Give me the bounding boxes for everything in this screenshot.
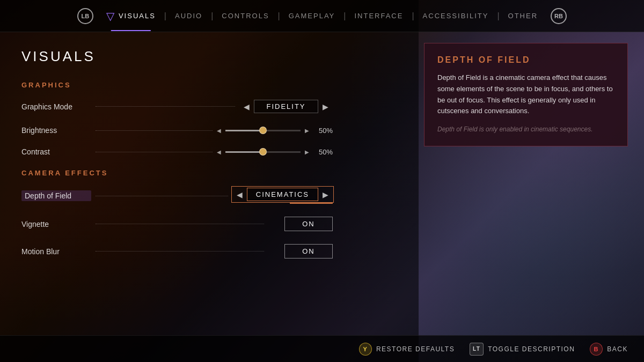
back-icon: B	[590, 343, 603, 356]
depth-of-field-selector[interactable]: ◀ CINEMATICS ▶	[232, 188, 333, 201]
description-body: Depth of Field is a cinematic camera eff…	[437, 72, 614, 117]
toggle-description-icon: LT	[470, 343, 484, 356]
contrast-arrow-right[interactable]: ▶	[305, 149, 309, 155]
description-title: DEPTH OF FIELD	[437, 55, 614, 65]
toggle-description-action[interactable]: LT TOGGLE DESCRIPTION	[470, 343, 575, 356]
nav-item-interface[interactable]: INTERFACE	[346, 12, 412, 20]
back-label: BACK	[607, 345, 628, 353]
motion-blur-dots	[96, 251, 264, 252]
contrast-fill	[225, 151, 263, 153]
back-action[interactable]: B BACK	[590, 343, 628, 356]
graphics-section: GRAPHICS Graphics Mode ◀ FIDELITY ▶ Brig…	[21, 81, 333, 156]
brightness-thumb	[259, 127, 267, 134]
depth-of-field-arrow-left[interactable]: ◀	[232, 189, 247, 201]
page-title: VISUALS	[21, 48, 333, 65]
contrast-slider[interactable]: ◀ ▶ 50%	[217, 148, 333, 156]
graphics-mode-arrow-left[interactable]: ◀	[239, 101, 254, 113]
vignette-value[interactable]: ON	[284, 217, 333, 231]
camera-effects-section: CAMERA EFFECTS Depth of Field ◀ CINEMATI…	[21, 169, 333, 258]
toggle-description-label: TOGGLE DESCRIPTION	[488, 345, 575, 353]
contrast-label: Contrast	[21, 147, 91, 156]
restore-defaults-action[interactable]: Y RESTORE DEFAULTS	[359, 343, 455, 356]
depth-of-field-selector-wrap: ◀ CINEMATICS ▶	[232, 188, 333, 204]
brightness-arrow-right[interactable]: ▶	[305, 128, 309, 134]
nav-item-controls[interactable]: CONTROLS	[213, 12, 277, 20]
vignette-row: Vignette ON	[21, 217, 333, 231]
nav-item-visuals[interactable]: ▽ VISUALS	[98, 11, 164, 21]
nav-item-gameplay[interactable]: GAMEPLAY	[280, 12, 344, 20]
depth-of-field-arrow-right[interactable]: ▶	[318, 189, 333, 201]
depth-of-field-row: Depth of Field ◀ CINEMATICS ▶	[21, 188, 333, 204]
contrast-row: Contrast ◀ ▶ 50%	[21, 147, 333, 156]
brightness-label: Brightness	[21, 126, 91, 135]
brightness-row: Brightness ◀ ▶ 50%	[21, 126, 333, 135]
brightness-fill	[225, 130, 263, 131]
contrast-track	[225, 151, 301, 153]
graphics-mode-label: Graphics Mode	[21, 102, 91, 111]
graphics-mode-dots	[96, 106, 235, 107]
description-note: Depth of Field is only enabled in cinema…	[437, 124, 614, 134]
nav-item-other[interactable]: OTHER	[500, 12, 547, 20]
vignette-toggle[interactable]: ON	[268, 217, 333, 231]
vignette-label: Vignette	[21, 220, 91, 228]
graphics-mode-selector[interactable]: ◀ FIDELITY ▶	[239, 100, 333, 113]
motion-blur-row: Motion Blur ON	[21, 244, 333, 258]
rb-button[interactable]: RB	[551, 8, 567, 24]
restore-defaults-icon: Y	[359, 343, 372, 356]
motion-blur-value[interactable]: ON	[284, 244, 333, 258]
visuals-icon: ▽	[106, 11, 115, 21]
vignette-dots	[96, 224, 264, 224]
depth-of-field-active-indicator	[290, 203, 333, 204]
description-panel: DEPTH OF FIELD Depth of Field is a cinem…	[424, 43, 628, 146]
brightness-dots	[96, 130, 213, 131]
bottom-bar: Y RESTORE DEFAULTS LT TOGGLE DESCRIPTION…	[0, 335, 644, 362]
nav-bar: LB ▽ VISUALS | AUDIO | CONTROLS | GAMEPL…	[0, 0, 644, 32]
camera-section-title: CAMERA EFFECTS	[21, 169, 333, 177]
graphics-section-title: GRAPHICS	[21, 81, 333, 89]
lb-button[interactable]: LB	[77, 8, 93, 24]
contrast-value: 50%	[313, 148, 333, 156]
brightness-slider[interactable]: ◀ ▶ 50%	[217, 127, 333, 135]
settings-panel: VISUALS GRAPHICS Graphics Mode ◀ FIDELIT…	[0, 32, 354, 335]
contrast-dots	[96, 152, 213, 152]
motion-blur-label: Motion Blur	[21, 247, 91, 256]
contrast-arrow-left[interactable]: ◀	[217, 149, 221, 155]
contrast-thumb	[259, 148, 267, 156]
brightness-value: 50%	[313, 127, 333, 135]
brightness-arrow-left[interactable]: ◀	[217, 128, 221, 134]
nav-item-audio[interactable]: AUDIO	[166, 12, 211, 20]
graphics-mode-row: Graphics Mode ◀ FIDELITY ▶	[21, 100, 333, 113]
nav-item-accessibility[interactable]: ACCESSIBILITY	[414, 12, 497, 20]
restore-defaults-label: RESTORE DEFAULTS	[376, 345, 455, 353]
nav-label-visuals: VISUALS	[119, 12, 156, 20]
motion-blur-toggle[interactable]: ON	[268, 244, 333, 258]
graphics-mode-value: FIDELITY	[254, 100, 318, 113]
depth-of-field-label: Depth of Field	[21, 190, 91, 201]
graphics-mode-arrow-right[interactable]: ▶	[318, 101, 333, 113]
depth-of-field-value: CINEMATICS	[247, 188, 318, 201]
brightness-track	[225, 130, 301, 131]
depth-of-field-dots	[96, 196, 228, 196]
